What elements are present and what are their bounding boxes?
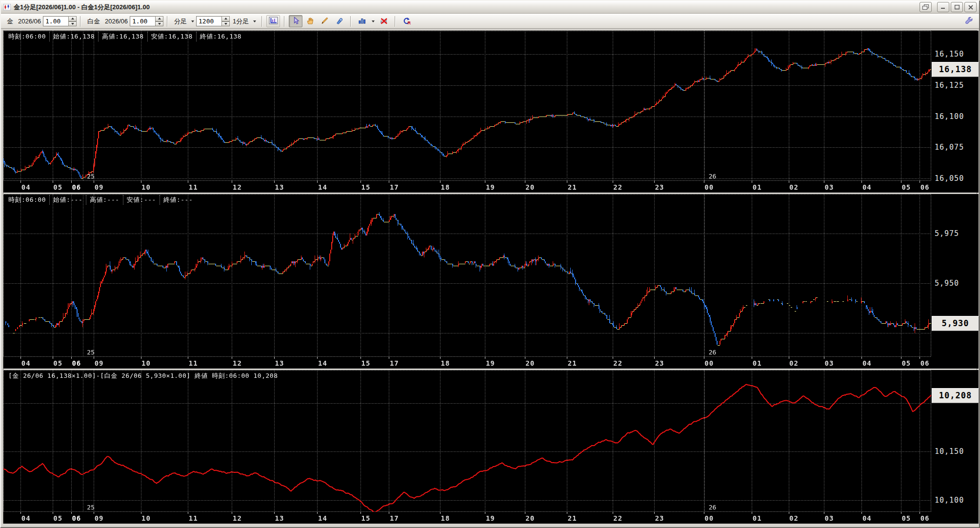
x-axis-label: 10 — [141, 359, 151, 367]
reload-button[interactable]: R — [400, 15, 413, 27]
x-axis-label: 05 — [53, 514, 62, 522]
x-axis-label: 22 — [613, 514, 622, 522]
interval-dropdown-button[interactable] — [251, 16, 258, 26]
chart-type-dropdown-button[interactable] — [369, 16, 377, 26]
bar-type-dropdown-button[interactable] — [189, 16, 196, 26]
platinum-current-price-box: 5,930 — [932, 316, 979, 331]
instrument2-multiplier-input[interactable] — [130, 16, 155, 26]
svg-text:R: R — [407, 20, 411, 25]
y-axis-label: 5,975 — [935, 229, 959, 238]
x-axis-tick — [20, 512, 21, 514]
reload-icon: R — [402, 17, 411, 26]
x-axis-label: 17 — [390, 514, 399, 522]
y-axis-label: 10,100 — [935, 496, 964, 505]
clear-drawings-button[interactable] — [377, 15, 391, 27]
x-axis-label: 02 — [789, 514, 799, 522]
minimize-button[interactable] — [937, 2, 949, 12]
y-axis-label: 10,150 — [935, 447, 964, 456]
x-axis-tick — [188, 512, 188, 514]
x-axis-label: 12 — [233, 183, 242, 191]
x-axis-label: 06 — [72, 514, 81, 522]
x-axis-tick — [920, 181, 920, 183]
instrument2-multiplier-up-button[interactable] — [155, 16, 163, 21]
bar-count-up-button[interactable] — [221, 16, 230, 21]
bar-count-down-button[interactable] — [221, 21, 230, 27]
instrument1-multiplier-down-button[interactable] — [68, 21, 77, 27]
instrument1-multiplier-up-button[interactable] — [68, 16, 77, 21]
x-axis-tick — [567, 181, 567, 183]
toolbar-separator — [395, 16, 396, 27]
x-axis-label: 05 — [901, 514, 911, 522]
maximize-button[interactable] — [951, 2, 963, 12]
hand-pan-button[interactable] — [303, 15, 317, 27]
x-axis-label: 13 — [275, 514, 284, 522]
gold-plot: 時刻:06:00始値:16,138高値:16,138安値:16,138終値:16… — [3, 31, 931, 181]
settings-wrench-button[interactable] — [962, 15, 976, 27]
platinum-plot: 時刻:06:00始値:---高値:---安値:---終値:---2526 — [3, 194, 931, 357]
spread-panel: [金 26/06 16,138×1.00]-[白金 26/06 5,930×1.… — [3, 370, 977, 524]
gold-chart-canvas[interactable] — [3, 31, 931, 181]
x-axis-label: 04 — [21, 359, 31, 367]
x-axis-tick — [232, 512, 232, 514]
x-axis-label: 20 — [525, 359, 535, 367]
close-button[interactable] — [964, 2, 977, 12]
chart-properties-icon — [269, 17, 278, 26]
day-marker-label: 26 — [709, 349, 717, 356]
x-axis-label: 06 — [920, 183, 930, 191]
x-axis-label: 14 — [318, 359, 327, 367]
x-axis-tick — [53, 357, 53, 359]
x-axis-label: 15 — [361, 183, 370, 191]
x-axis-label: 18 — [440, 514, 450, 522]
x-axis-tick — [654, 512, 655, 514]
x-axis-label: 23 — [655, 514, 664, 522]
eraser-button[interactable] — [333, 15, 346, 27]
y-axis-label: 16,100 — [935, 112, 964, 121]
title-bar: 金1分足[2026/06]1.00 - 白金1分足[2026/06]1.00 — [1, 1, 979, 14]
x-axis-tick — [389, 357, 389, 359]
x-axis-tick — [654, 181, 655, 183]
x-axis-tick — [525, 181, 525, 183]
chart-properties-button[interactable] — [266, 15, 280, 27]
float-window-button[interactable] — [920, 2, 932, 12]
x-axis-tick — [861, 512, 862, 514]
info-segment: 始値:--- — [50, 195, 86, 205]
cursor-select-button[interactable] — [289, 15, 302, 27]
gold-current-price-box: 16,138 — [932, 62, 979, 77]
x-axis-tick — [141, 357, 141, 359]
platinum-info-bar: 時刻:06:00始値:---高値:---安値:---終値:--- — [5, 195, 196, 205]
chart-type-button[interactable] — [355, 15, 369, 27]
x-axis-tick — [824, 181, 824, 183]
axis-corner — [931, 512, 979, 524]
up-arrow-icon — [158, 18, 161, 20]
info-segment: [金 26/06 16,138×1.00]-[白金 26/06 5,930×1.… — [5, 371, 281, 381]
day-marker-label: 26 — [709, 173, 717, 180]
x-axis-tick — [920, 512, 920, 514]
instrument2-multiplier-down-button[interactable] — [155, 21, 163, 27]
x-axis-tick — [232, 357, 232, 359]
x-axis-tick — [901, 357, 901, 359]
x-axis-tick — [360, 181, 361, 183]
x-axis-label: 06 — [72, 183, 81, 191]
platinum-chart-canvas[interactable] — [3, 194, 931, 357]
x-axis-tick — [752, 512, 752, 514]
spread-current-price-box: 10,208 — [932, 388, 979, 403]
x-axis-tick — [485, 512, 485, 514]
x-axis-label: 03 — [825, 514, 834, 522]
spread-chart-canvas[interactable] — [3, 370, 931, 512]
x-axis-label: 09 — [95, 183, 104, 191]
x-axis-tick — [613, 181, 613, 183]
pencil-draw-button[interactable] — [318, 15, 332, 27]
x-axis-tick — [20, 181, 21, 183]
x-axis-tick — [485, 357, 485, 359]
x-axis-tick — [789, 181, 789, 183]
day-marker-label: 26 — [709, 504, 717, 511]
instrument1-multiplier-input[interactable] — [43, 16, 68, 26]
gold-price-axis: 16,15016,12516,10016,07516,05016,138 — [931, 31, 979, 181]
platinum-time-axis: 0405060910111213141517181920212223000102… — [3, 357, 931, 369]
platinum-price-axis: 5,9755,9505,930 — [931, 194, 979, 357]
x-axis-label: 10 — [141, 183, 151, 191]
x-axis-tick — [53, 512, 53, 514]
x-axis-tick — [274, 512, 275, 514]
bar-count-input[interactable] — [196, 16, 221, 26]
y-axis-label: 16,125 — [935, 81, 964, 90]
